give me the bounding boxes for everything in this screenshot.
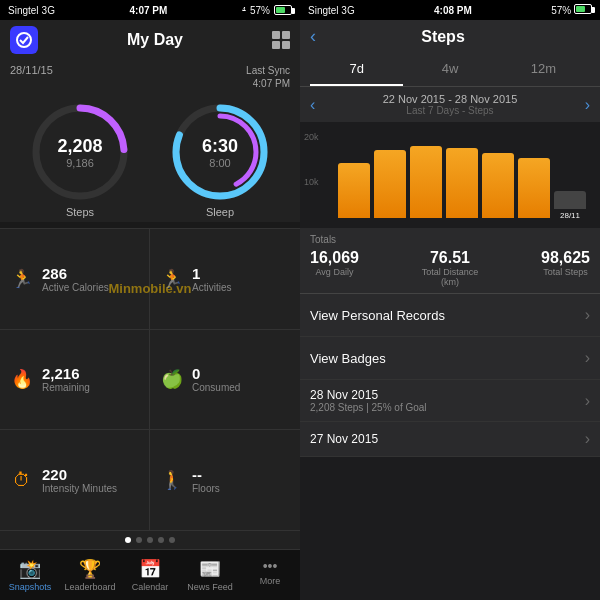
bar-3 (410, 146, 442, 220)
floors-value: -- (192, 466, 220, 483)
date-item-27nov[interactable]: 27 Nov 2015 › (300, 422, 600, 457)
bar-fill-1 (338, 163, 370, 218)
dot-4 (158, 537, 164, 543)
sleep-values: 6:30 8:00 (202, 136, 238, 169)
chart-area: 20k 10k (300, 122, 600, 228)
right-status-icons: 57% (551, 4, 592, 16)
chart-y-labels: 20k 10k (304, 132, 319, 222)
personal-records-chevron: › (585, 306, 590, 324)
calendar-icon: 📅 (139, 558, 161, 580)
right-time: 4:08 PM (434, 5, 472, 16)
network-label: 3G (42, 5, 55, 16)
active-calories-info: 286 Active Calories (42, 265, 109, 293)
time-label: 4:07 PM (130, 5, 168, 16)
active-calories-label: Active Calories (42, 282, 109, 293)
date-item-28nov-info: 28 Nov 2015 2,208 Steps | 25% of Goal (310, 388, 427, 413)
view-personal-records-text: View Personal Records (310, 308, 445, 323)
left-status-bar: Singtel 3G 4:07 PM ⁴ 57% (0, 0, 300, 20)
steps-values: 2,208 9,186 (57, 136, 102, 169)
intensity-item: ⏱ 220 Intensity Minutes (0, 430, 150, 531)
date-item-28nov-sub: 2,208 Steps | 25% of Goal (310, 402, 427, 413)
snapshots-icon: 📸 (19, 558, 41, 580)
timer-icon: ⏱ (10, 470, 34, 491)
newsfeed-icon: 📰 (199, 558, 221, 580)
total-distance-value: 76.51 (422, 249, 479, 267)
prev-date-button[interactable]: ‹ (310, 96, 315, 114)
avg-daily-item: 16,069 Avg Daily (310, 249, 359, 287)
active-calories-item: 🏃 286 Active Calories (0, 229, 150, 330)
bar-1 (338, 163, 370, 220)
view-badges-text: View Badges (310, 351, 386, 366)
remaining-label: Remaining (42, 382, 90, 393)
remaining-value: 2,216 (42, 365, 90, 382)
steps-goal: 9,186 (57, 157, 102, 169)
tab-12m[interactable]: 12m (497, 53, 590, 86)
fire-icon: 🔥 (10, 368, 34, 390)
view-personal-records-row[interactable]: View Personal Records › (300, 294, 600, 337)
nav-newsfeed[interactable]: 📰 News Feed (180, 554, 240, 596)
totals-label: Totals (310, 234, 590, 245)
tab-7d[interactable]: 7d (310, 53, 403, 86)
bar-4 (446, 148, 478, 220)
grid-icon[interactable] (272, 31, 290, 49)
y-label-10k: 10k (304, 177, 319, 187)
right-signal-info: Singtel 3G (308, 5, 355, 16)
bar-fill-7 (554, 191, 586, 209)
bar-2 (374, 150, 406, 220)
date-range-subtitle: Last 7 Days - Steps (383, 105, 518, 116)
run-icon: 🏃 (10, 268, 34, 290)
nav-calendar[interactable]: 📅 Calendar (120, 554, 180, 596)
steps-main: 2,208 (57, 136, 102, 157)
remaining-item: 🔥 2,216 Remaining (0, 330, 150, 431)
sleep-goal: 8:00 (202, 157, 238, 169)
totals-row: 16,069 Avg Daily 76.51 Total Distance(km… (310, 249, 590, 287)
app-icon (10, 26, 38, 54)
steps-label: Steps (66, 206, 94, 218)
right-battery-pct: 57% (551, 5, 571, 16)
tab-4w[interactable]: 4w (403, 53, 496, 86)
bluetooth-icon: ⁴ (242, 5, 246, 16)
total-steps-value: 98,625 (541, 249, 590, 267)
badges-chevron: › (585, 349, 590, 367)
sleep-main: 6:30 (202, 136, 238, 157)
floors-item: 🚶 -- Floors (150, 430, 300, 531)
floors-info: -- Floors (192, 466, 220, 494)
page-title: My Day (38, 31, 272, 49)
total-steps-item: 98,625 Total Steps (541, 249, 590, 287)
consumed-item: 🍏 0 Consumed (150, 330, 300, 431)
active-calories-value: 286 (42, 265, 109, 282)
dot-5 (169, 537, 175, 543)
nav-leaderboard[interactable]: 🏆 Leaderboard (60, 554, 120, 596)
nav-more[interactable]: ••• More (240, 554, 300, 596)
dot-2 (136, 537, 142, 543)
dot-3 (147, 537, 153, 543)
tabs-row: 7d 4w 12m (300, 53, 600, 87)
consumed-value: 0 (192, 365, 240, 382)
right-status-bar: Singtel 3G 4:08 PM 57% (300, 0, 600, 20)
bar-5 (482, 153, 514, 220)
right-panel: Singtel 3G 4:08 PM 57% ‹ Steps 7d 4w 12m… (300, 0, 600, 600)
date-range-text: 22 Nov 2015 - 28 Nov 2015 (383, 93, 518, 105)
bar-date-7: 28/11 (560, 211, 580, 220)
leaderboard-icon: 🏆 (79, 558, 101, 580)
sleep-circle-widget: 6:30 8:00 Sleep (170, 102, 270, 218)
intensity-value: 220 (42, 466, 117, 483)
dot-1 (125, 537, 131, 543)
date-item-28nov-title: 28 Nov 2015 (310, 388, 427, 402)
date-item-28nov-chevron: › (585, 392, 590, 410)
bars-container: 28/11 (310, 130, 590, 220)
next-date-button[interactable]: › (585, 96, 590, 114)
stats-grid: 🏃 286 Active Calories 🏃 1 Activities 🔥 2… (0, 228, 300, 531)
activities-item: 🏃 1 Activities (150, 229, 300, 330)
date-range-info: 22 Nov 2015 - 28 Nov 2015 Last 7 Days - … (383, 93, 518, 116)
signal-info: Singtel 3G (8, 5, 55, 16)
intensity-label: Intensity Minutes (42, 483, 117, 494)
view-badges-row[interactable]: View Badges › (300, 337, 600, 380)
activities-value: 1 (192, 265, 231, 282)
calendar-label: Calendar (132, 582, 169, 592)
bar-fill-2 (374, 150, 406, 218)
nav-snapshots[interactable]: 📸 Snapshots (0, 554, 60, 596)
bar-7: 28/11 (554, 191, 586, 220)
date-item-28nov[interactable]: 28 Nov 2015 2,208 Steps | 25% of Goal › (300, 380, 600, 422)
steps-circle-widget: 2,208 9,186 Steps (30, 102, 130, 218)
